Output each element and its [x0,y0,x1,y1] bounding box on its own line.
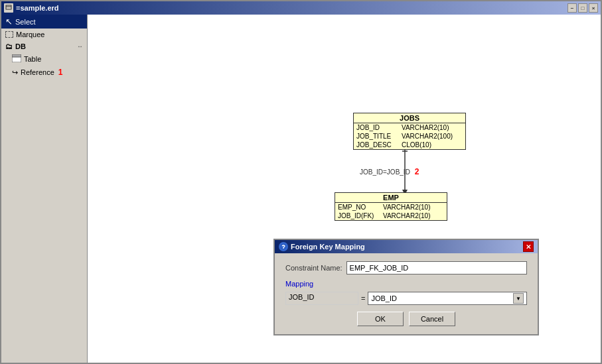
reference-icon: ↪ [12,68,18,77]
jobs-col1-type: VARCHAR2(10) [402,124,449,131]
close-button[interactable]: × [589,3,598,13]
collapse-button[interactable]: ↔ [77,43,83,50]
sidebar-item-select[interactable]: ↖ Select [1,15,87,29]
dialog-buttons: OK Cancel [285,312,527,326]
main-canvas[interactable]: JOBS JOB_ID VARCHAR2(10) JOB_TITLE VARCH… [88,15,601,363]
jobs-col2-name: JOB_TITLE [356,133,396,140]
mapping-dropdown-button[interactable]: ▼ [513,293,524,304]
emp-table[interactable]: EMP EMP_NO VARCHAR2(10) JOB_ID(FK) VARCH… [335,192,447,221]
maximize-button[interactable]: □ [578,3,587,13]
jobs-col3-type: CLOB(10) [402,141,441,149]
jobs-row-1: JOB_ID VARCHAR2(10) [354,123,465,132]
sidebar-item-reference[interactable]: ↪ Reference 1 [1,66,87,79]
mapping-target-value: JOB_ID [371,294,513,302]
mapping-row: JOB_ID = JOB_ID ▼ [285,292,527,305]
db-icon: 🗂 [5,42,13,50]
dialog-content: Constraint Name: Mapping JOB_ID = JOB_ID… [275,253,538,334]
table-icon [12,54,21,64]
db-label: DB [15,42,26,50]
jobs-table-header: JOBS [354,113,465,123]
emp-row-1: EMP_NO VARCHAR2(10) [335,203,447,212]
constraint-row: Constraint Name: [285,261,527,274]
relation-label: JOB_ID=JOB_ID 2 [360,167,419,176]
title-bar: =sample.erd − □ × [1,1,601,15]
constraint-label: Constraint Name: [285,264,342,272]
select-label: Select [15,18,36,26]
jobs-col2-type: VARCHAR2(100) [402,133,453,140]
dialog-titlebar: Foreign Key Mapping ✕ [275,240,538,253]
reference-label: Reference [21,68,54,76]
cancel-button[interactable]: Cancel [409,312,455,326]
emp-col1-name: EMP_NO [338,204,378,211]
mapping-target-select[interactable]: JOB_ID ▼ [368,292,527,305]
relation-label-text: JOB_ID=JOB_ID [360,168,410,176]
relation-badge: 2 [415,167,419,176]
app-window: =sample.erd − □ × ↖ Select Marquee 🗂 DB … [0,0,602,364]
db-section: 🗂 DB ↔ [1,40,87,52]
ok-button[interactable]: OK [357,312,404,326]
jobs-col3-name: JOB_DESC [356,141,396,149]
foreign-key-dialog: Foreign Key Mapping ✕ Constraint Name: M… [273,239,539,335]
reference-badge: 1 [58,68,63,77]
dialog-close-button[interactable]: ✕ [523,241,534,252]
svg-rect-3 [12,54,21,57]
content-area: ↖ Select Marquee 🗂 DB ↔ Ta [1,15,601,363]
sidebar-item-table[interactable]: Table [1,52,87,66]
window-icon [4,3,13,13]
marquee-icon [5,31,13,38]
dialog-icon [279,242,288,251]
mapping-eq: = [361,294,365,302]
sidebar: ↖ Select Marquee 🗂 DB ↔ Ta [1,15,88,363]
sidebar-item-marquee[interactable]: Marquee [1,29,87,40]
mapping-source: JOB_ID [285,292,358,305]
constraint-input[interactable] [346,261,527,274]
minimize-button[interactable]: − [567,3,577,13]
window-title: =sample.erd [16,4,565,12]
emp-col2-type: VARCHAR2(10) [383,212,431,219]
emp-table-header: EMP [335,193,447,203]
mapping-section-label: Mapping [285,280,527,288]
emp-col2-name: JOB_ID(FK) [338,212,378,219]
emp-col1-type: VARCHAR2(10) [383,204,431,211]
jobs-row-3: JOB_DESC CLOB(10) [354,141,465,149]
emp-row-2: JOB_ID(FK) VARCHAR2(10) [335,212,447,220]
jobs-table[interactable]: JOBS JOB_ID VARCHAR2(10) JOB_TITLE VARCH… [353,113,466,150]
marquee-label: Marquee [16,30,44,38]
table-label: Table [24,55,41,63]
svg-rect-0 [6,5,11,9]
window-controls: − □ × [567,3,598,13]
jobs-row-2: JOB_TITLE VARCHAR2(100) [354,132,465,141]
dialog-title: Foreign Key Mapping [291,243,365,251]
select-icon: ↖ [5,17,13,27]
jobs-col1-name: JOB_ID [356,124,396,131]
